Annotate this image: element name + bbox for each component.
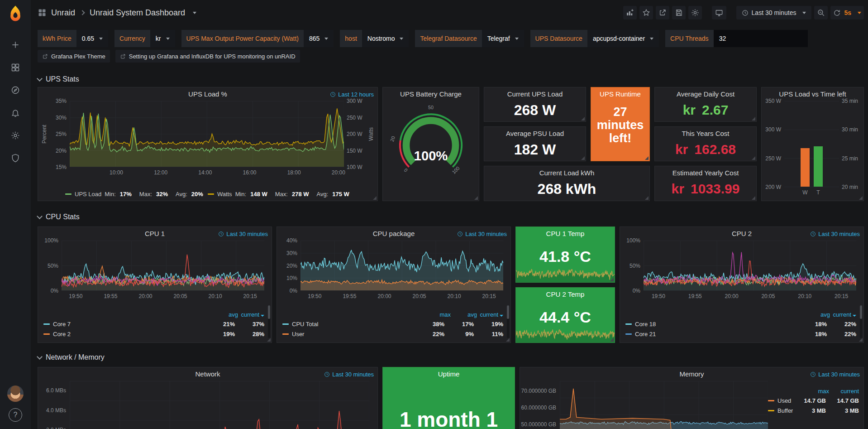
legend-sort-current[interactable]: current <box>477 311 503 318</box>
panel-title[interactable]: Average PSU Load <box>484 127 586 140</box>
variable-value-dropdown[interactable]: kr <box>150 30 175 47</box>
legend-sort-avg[interactable]: avg <box>451 311 477 318</box>
panel-resize-handle[interactable] <box>506 338 510 342</box>
add-panel-button[interactable] <box>623 6 637 19</box>
panel-resize-handle[interactable] <box>752 117 755 121</box>
variable-label: UPS Datasource <box>530 30 587 47</box>
sidebar-item-explore[interactable] <box>6 81 25 100</box>
panel-title[interactable]: UPS Load % <box>38 87 377 101</box>
legend-series-name[interactable]: Core 2 <box>53 331 205 337</box>
legend-sort-current[interactable]: current <box>830 311 856 318</box>
legend-scrollbar[interactable] <box>268 305 270 338</box>
legend-sort-current[interactable]: current <box>829 388 859 395</box>
bar-time-left[interactable] <box>814 146 823 187</box>
panel-title[interactable]: UPS Runtime <box>591 87 649 101</box>
sidebar-item-admin[interactable] <box>6 149 25 168</box>
panel-time-override[interactable]: Last 30 minutes <box>218 231 268 237</box>
save-button[interactable] <box>672 6 686 19</box>
variable-value-dropdown[interactable]: 865 <box>304 30 334 47</box>
panel-resize-handle[interactable] <box>859 338 863 342</box>
breadcrumb-app[interactable]: Unraid <box>51 8 75 18</box>
legend-series-watts[interactable]: Watts Min:148 W Max:278 W Avg:175 W <box>208 191 354 198</box>
panel-title[interactable]: Average Daily Cost <box>655 87 756 101</box>
panel-resize-handle[interactable] <box>645 156 649 160</box>
panel-resize-handle[interactable] <box>373 196 377 200</box>
bar-plot[interactable] <box>784 101 839 187</box>
sidebar-item-dashboards[interactable] <box>6 58 25 77</box>
variable-value-dropdown[interactable]: 0.65 <box>76 30 108 47</box>
share-button[interactable] <box>656 6 669 19</box>
legend-sort-max[interactable]: max <box>799 388 829 395</box>
variable-value-dropdown[interactable]: Telegraf <box>482 30 524 47</box>
legend-scrollbar[interactable] <box>507 305 509 338</box>
legend-sort-avg[interactable]: avg <box>212 311 238 318</box>
bar-watts[interactable] <box>801 148 810 187</box>
row-header-cpu-stats[interactable]: CPU Stats <box>38 210 864 224</box>
time-range-picker[interactable]: Last 30 minutes <box>736 6 812 19</box>
legend-series-ups-load[interactable]: UPS Load Min:17% Max:32% Avg:20% <box>65 191 208 198</box>
variable-value-dropdown[interactable]: apcupsd-container <box>587 30 659 47</box>
help-icon[interactable]: ? <box>9 408 22 422</box>
cpu-threads-input[interactable] <box>714 30 808 47</box>
sidebar-item-alerting[interactable] <box>6 103 25 122</box>
panel-time-override[interactable]: Last 12 hours <box>330 91 374 98</box>
dashboard-link-ups-guide[interactable]: Setting up Grafana and InfluxDB for UPS … <box>115 50 300 63</box>
legend-series-name[interactable]: CPU Total <box>292 321 415 328</box>
panel-title[interactable]: This Years Cost <box>655 127 756 140</box>
legend-sort-current[interactable]: current <box>238 311 264 318</box>
panel-resize-handle[interactable] <box>610 278 614 281</box>
dashboard-settings-button[interactable] <box>688 6 702 19</box>
graph-legend: avg current Core 18 18% 22% Core 21 18% … <box>625 310 856 339</box>
sidebar-item-create[interactable] <box>6 35 25 54</box>
memory-plot[interactable] <box>560 381 768 429</box>
panel-title[interactable]: Uptime <box>383 367 515 381</box>
panel-title[interactable]: CPU 2 Temp <box>516 288 615 301</box>
panel-resize-handle[interactable] <box>581 117 585 121</box>
panel-resize-handle[interactable] <box>474 196 478 200</box>
zoom-out-button[interactable] <box>814 6 828 19</box>
panel-resize-handle[interactable] <box>581 156 585 160</box>
row-header-network-memory[interactable]: Network / Memory <box>38 351 864 364</box>
legend-series-name[interactable]: Core 7 <box>53 321 205 328</box>
cycle-view-button[interactable] <box>712 6 726 19</box>
cpu1-plot[interactable] <box>62 241 264 291</box>
ups-load-plot[interactable] <box>70 101 344 167</box>
legend-sort-avg[interactable]: avg <box>804 311 830 318</box>
row-header-ups-stats[interactable]: UPS Stats <box>38 72 864 86</box>
panel-title[interactable]: Estimated Yearly Cost <box>655 166 756 180</box>
network-plot[interactable] <box>70 381 369 429</box>
legend-series-name[interactable]: Buffered <box>777 407 793 414</box>
panel-title[interactable]: CPU 1 Temp <box>516 227 615 241</box>
panel-title[interactable]: Current UPS Load <box>484 87 586 101</box>
panel-time-override[interactable]: Last 30 minutes <box>324 371 374 378</box>
legend-sort-max[interactable]: max <box>424 311 451 318</box>
dashboard-link-plex-theme[interactable]: Grafana Plex Theme <box>38 50 110 63</box>
user-avatar[interactable] <box>7 386 24 402</box>
panel-resize-handle[interactable] <box>752 156 755 160</box>
panel-resize-handle[interactable] <box>610 338 614 342</box>
cpu2-plot[interactable] <box>644 241 856 291</box>
variable-value-dropdown[interactable]: Nostromo <box>362 30 409 47</box>
refresh-button[interactable]: 5s <box>830 6 864 19</box>
panel-resize-handle[interactable] <box>752 196 755 200</box>
panel-resize-handle[interactable] <box>267 338 271 342</box>
grafana-logo[interactable] <box>6 5 25 24</box>
legend-series-name[interactable]: Used <box>777 397 793 404</box>
sidebar-item-configuration[interactable] <box>6 126 25 145</box>
panel-title[interactable]: Current Load kWh <box>484 166 649 180</box>
panel-time-override[interactable]: Last 30 minutes <box>457 231 507 237</box>
legend-scrollbar[interactable] <box>860 305 862 338</box>
star-button[interactable] <box>639 6 653 19</box>
panel-resize-handle[interactable] <box>859 196 863 200</box>
legend-series-name[interactable]: User <box>292 331 415 337</box>
cpu-package-plot[interactable] <box>300 241 503 291</box>
panel-title[interactable]: UPS Battery Charge <box>383 87 479 101</box>
panel-time-override[interactable]: Last 30 minutes <box>810 231 860 237</box>
apps-grid-icon <box>38 8 47 17</box>
legend-series-name[interactable]: Core 21 <box>635 331 797 337</box>
legend-series-name[interactable]: Core 18 <box>635 321 797 328</box>
memory-chart <box>560 381 768 429</box>
breadcrumb-dashboard-title[interactable]: Unraid System Dashboard <box>90 8 185 18</box>
panel-time-override[interactable]: Last 30 minutes <box>810 371 860 378</box>
panel-resize-handle[interactable] <box>645 196 649 200</box>
